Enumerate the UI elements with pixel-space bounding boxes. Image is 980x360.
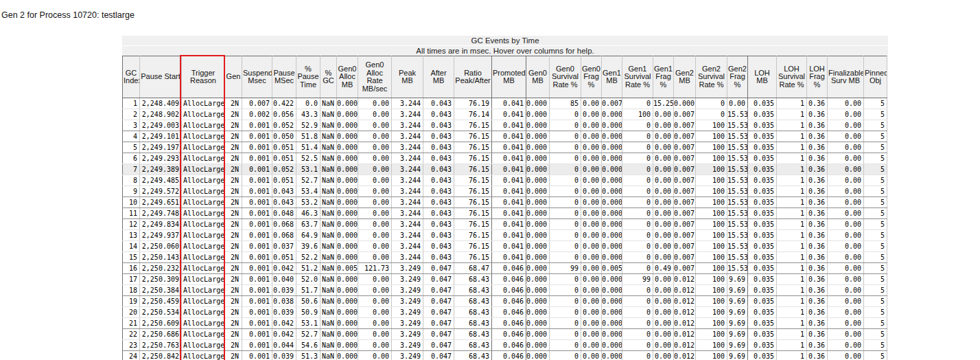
table-cell[interactable]: 0.00: [358, 219, 392, 230]
table-cell[interactable]: 0.000: [337, 131, 358, 142]
column-header-gen1-mb[interactable]: Gen1 MB: [602, 56, 622, 98]
table-cell[interactable]: 0.035: [748, 98, 777, 109]
table-cell[interactable]: 3.249: [392, 263, 423, 274]
table-cell[interactable]: 0: [696, 98, 727, 109]
table-cell[interactable]: 0.000: [526, 164, 550, 175]
table-cell[interactable]: 0.001: [242, 142, 272, 153]
table-cell[interactable]: 1: [777, 241, 807, 252]
table-cell[interactable]: 0.035: [748, 186, 777, 197]
table-cell[interactable]: 54.6: [296, 340, 320, 351]
table-cell[interactable]: 0.001: [242, 329, 272, 340]
table-cell[interactable]: 0.000: [337, 197, 358, 208]
table-cell[interactable]: 2N: [225, 219, 242, 230]
table-cell[interactable]: 5: [123, 142, 140, 153]
table-cell[interactable]: 2,249.937: [140, 230, 182, 241]
table-cell[interactable]: 0.000: [337, 285, 358, 296]
table-cell[interactable]: NaN: [320, 241, 337, 252]
table-cell[interactable]: 0.042: [272, 318, 296, 329]
table-cell[interactable]: 2N: [225, 175, 242, 186]
table-cell[interactable]: 76.15: [454, 252, 492, 263]
table-cell[interactable]: AllocLarge: [182, 164, 225, 175]
table-cell[interactable]: 22: [123, 329, 140, 340]
table-row[interactable]: 202,250.534AllocLarge2N0.0010.03950.9NaN…: [123, 307, 887, 318]
table-cell[interactable]: 0: [550, 351, 581, 360]
table-cell[interactable]: 0.36: [807, 351, 828, 360]
table-cell[interactable]: 0: [550, 340, 581, 351]
table-cell[interactable]: 0: [550, 307, 581, 318]
table-cell[interactable]: 5: [864, 351, 887, 360]
table-cell[interactable]: 2N: [225, 98, 242, 109]
table-cell[interactable]: NaN: [320, 340, 337, 351]
table-cell[interactable]: 0.000: [602, 164, 622, 175]
table-cell[interactable]: 0.000: [526, 263, 550, 274]
table-cell[interactable]: 0: [622, 142, 653, 153]
table-cell[interactable]: 0.00: [358, 274, 392, 285]
table-cell[interactable]: 2,250.763: [140, 340, 182, 351]
table-cell[interactable]: 17: [123, 274, 140, 285]
table-cell[interactable]: 0.000: [526, 175, 550, 186]
table-cell[interactable]: 0.035: [748, 340, 777, 351]
table-cell[interactable]: 0.36: [807, 120, 828, 131]
table-cell[interactable]: 1: [777, 307, 807, 318]
table-cell[interactable]: 0.000: [526, 142, 550, 153]
table-cell[interactable]: 0.046: [492, 340, 526, 351]
table-cell[interactable]: 0.035: [748, 142, 777, 153]
table-cell[interactable]: 0.00: [358, 98, 392, 109]
table-cell[interactable]: 0.001: [242, 274, 272, 285]
table-row[interactable]: 92,249.572AllocLarge2N0.0010.04353.4NaN0…: [123, 186, 887, 197]
table-cell[interactable]: 3.244: [392, 241, 423, 252]
table-cell[interactable]: 0.051: [272, 153, 296, 164]
table-cell[interactable]: 0.041: [492, 142, 526, 153]
table-cell[interactable]: 0.00: [581, 351, 602, 360]
table-cell[interactable]: 2N: [225, 186, 242, 197]
table-cell[interactable]: 0.36: [807, 329, 828, 340]
table-cell[interactable]: 3.244: [392, 120, 423, 131]
table-cell[interactable]: 3.244: [392, 230, 423, 241]
table-cell[interactable]: AllocLarge: [182, 351, 225, 360]
table-cell[interactable]: 50.6: [296, 296, 320, 307]
table-cell[interactable]: 0.00: [358, 329, 392, 340]
table-cell[interactable]: 76.15: [454, 142, 492, 153]
table-cell[interactable]: 0.00: [653, 340, 674, 351]
table-cell[interactable]: 0.000: [526, 296, 550, 307]
table-cell[interactable]: 0.36: [807, 307, 828, 318]
table-cell[interactable]: 0.037: [272, 241, 296, 252]
table-cell[interactable]: 5: [864, 307, 887, 318]
table-cell[interactable]: 0.000: [337, 340, 358, 351]
table-row[interactable]: 172,250.309AllocLarge2N0.0010.04052.0NaN…: [123, 274, 887, 285]
table-cell[interactable]: 0.00: [828, 153, 864, 164]
table-cell[interactable]: 0.36: [807, 186, 828, 197]
table-cell[interactable]: 5: [864, 285, 887, 296]
table-cell[interactable]: 7: [123, 164, 140, 175]
table-cell[interactable]: 53.1: [296, 318, 320, 329]
table-cell[interactable]: 0.000: [337, 186, 358, 197]
table-cell[interactable]: 0.00: [581, 219, 602, 230]
table-cell[interactable]: 0.00: [358, 340, 392, 351]
table-cell[interactable]: 0.00: [581, 131, 602, 142]
table-cell[interactable]: 11: [123, 208, 140, 219]
table-cell[interactable]: 0.0: [296, 98, 320, 109]
table-cell[interactable]: 0.043: [423, 208, 454, 219]
table-row[interactable]: 112,249.748AllocLarge2N0.0010.04846.3NaN…: [123, 208, 887, 219]
table-cell[interactable]: 0.000: [337, 109, 358, 120]
table-cell[interactable]: 0.00: [653, 230, 674, 241]
table-cell[interactable]: 0.422: [272, 98, 296, 109]
table-cell[interactable]: 0.043: [272, 186, 296, 197]
table-cell[interactable]: 15.53: [727, 142, 748, 153]
table-cell[interactable]: 1: [777, 263, 807, 274]
table-cell[interactable]: AllocLarge: [182, 109, 225, 120]
table-cell[interactable]: 0.000: [337, 120, 358, 131]
table-cell[interactable]: 0.00: [581, 285, 602, 296]
table-cell[interactable]: 15.53: [727, 186, 748, 197]
table-cell[interactable]: 1: [777, 329, 807, 340]
table-cell[interactable]: 0.00: [828, 131, 864, 142]
table-cell[interactable]: 0: [550, 296, 581, 307]
table-cell[interactable]: 100: [696, 263, 727, 274]
table-cell[interactable]: 0.000: [526, 131, 550, 142]
table-cell[interactable]: 0.00: [653, 296, 674, 307]
table-cell[interactable]: 1: [777, 296, 807, 307]
table-cell[interactable]: 5: [864, 241, 887, 252]
table-cell[interactable]: 3.249: [392, 340, 423, 351]
table-cell[interactable]: 0.043: [423, 197, 454, 208]
table-cell[interactable]: 20: [123, 307, 140, 318]
